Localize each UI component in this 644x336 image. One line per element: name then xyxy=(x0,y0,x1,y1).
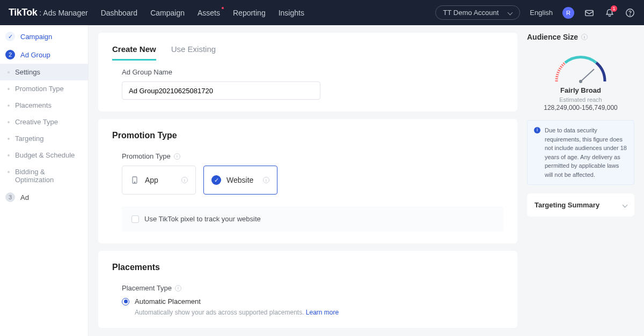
info-icon[interactable]: i xyxy=(263,177,269,183)
chevron-down-icon xyxy=(623,203,628,208)
main-area: Create New Use Existing Ad Group Name Pr… xyxy=(89,25,644,336)
sidebar-item-budget-schedule[interactable]: Budget & Schedule xyxy=(0,147,88,163)
bell-badge: 1 xyxy=(611,5,617,12)
check-icon: ✓ xyxy=(5,32,15,41)
promotion-options: App i ✓ Website i xyxy=(122,166,503,195)
info-icon: i xyxy=(534,127,540,133)
tab-create-new[interactable]: Create New xyxy=(112,44,156,61)
sidebar-step-campaign[interactable]: ✓ Campaign xyxy=(0,27,88,46)
info-icon[interactable]: i xyxy=(175,285,181,292)
header-right: TT Demo Account English R 1 xyxy=(435,5,635,20)
sidebar-item-placements[interactable]: Placements xyxy=(0,97,88,114)
placement-auto-helper: Automatically show your ads across suppo… xyxy=(135,309,503,316)
check-icon: ✓ xyxy=(211,175,221,185)
nav-insights[interactable]: Insights xyxy=(279,9,304,17)
info-icon[interactable]: i xyxy=(581,34,588,40)
adgroup-name-input[interactable] xyxy=(122,81,320,100)
estimated-reach-label: Estimated reach xyxy=(559,96,602,103)
option-website[interactable]: ✓ Website i xyxy=(203,166,277,195)
promotion-type-label: Promotion Type i xyxy=(122,152,503,160)
app-body: ✓ Campaign 2 Ad Group Settings Promotion… xyxy=(0,25,644,336)
learn-more-link[interactable]: Learn more xyxy=(306,309,339,316)
sidebar-step-adgroup[interactable]: 2 Ad Group xyxy=(0,46,88,64)
svg-point-4 xyxy=(134,182,135,182)
radio-icon xyxy=(122,298,129,305)
account-switcher[interactable]: TT Demo Account xyxy=(435,5,521,20)
info-icon[interactable]: i xyxy=(181,177,188,183)
inbox-icon[interactable] xyxy=(584,8,595,18)
svg-line-5 xyxy=(581,69,594,81)
nav-assets[interactable]: Assets xyxy=(197,9,220,17)
targeting-summary-toggle[interactable]: Targeting Summary xyxy=(527,193,634,216)
section-title-placements: Placements xyxy=(112,263,503,272)
step-number-icon: 2 xyxy=(5,50,15,59)
svg-point-6 xyxy=(579,80,582,83)
tabs: Create New Use Existing xyxy=(112,44,503,61)
nav-dashboard[interactable]: Dashboard xyxy=(101,9,138,17)
pixel-label: Use TikTok pixel to track your website xyxy=(144,215,261,223)
info-icon[interactable]: i xyxy=(174,153,180,160)
top-header: TikTok : Ads Manager Dashboard Campaign … xyxy=(0,0,644,25)
chevron-down-icon xyxy=(508,10,513,16)
language-selector[interactable]: English xyxy=(530,9,553,17)
tab-use-existing[interactable]: Use Existing xyxy=(171,44,216,61)
help-icon[interactable] xyxy=(625,8,635,18)
sidebar-item-settings[interactable]: Settings xyxy=(0,64,88,80)
placement-type-label: Placement Type i xyxy=(122,284,503,292)
center-column: Create New Use Existing Ad Group Name Pr… xyxy=(98,33,517,328)
nav-reporting[interactable]: Reporting xyxy=(233,9,266,17)
assets-notification-dot xyxy=(222,7,224,9)
card-placements: Placements Placement Type i Automatic Pl… xyxy=(98,251,517,328)
pixel-checkbox[interactable] xyxy=(131,215,139,223)
audience-size-title: Audience Size i xyxy=(527,33,634,41)
sidebar-step-ad[interactable]: 3 Ad xyxy=(0,188,88,206)
bell-icon[interactable]: 1 xyxy=(604,8,615,18)
nav-campaign[interactable]: Campaign xyxy=(150,9,185,17)
sidebar-item-creative-type[interactable]: Creative Type xyxy=(0,114,88,130)
estimated-reach-range: 128,249,000-156,749,000 xyxy=(544,104,617,111)
audience-size-panel: Audience Size i Fairly Broad xyxy=(527,33,634,185)
brand: TikTok : Ads Manager xyxy=(9,7,88,18)
audience-gauge: Fairly Broad Estimated reach 128,249,000… xyxy=(527,52,634,111)
pixel-option: Use TikTok pixel to track your website xyxy=(122,206,503,232)
sidebar-item-promotion-type[interactable]: Promotion Type xyxy=(0,80,88,97)
main-nav: Dashboard Campaign Assets Reporting Insi… xyxy=(101,9,304,17)
audience-size-label: Fairly Broad xyxy=(560,86,601,94)
brand-name: TikTok xyxy=(9,7,37,18)
svg-rect-0 xyxy=(586,10,593,16)
adgroup-name-label: Ad Group Name xyxy=(122,68,503,76)
card-promotion-type: Promotion Type Promotion Type i App i xyxy=(98,119,517,243)
app-icon xyxy=(130,175,140,185)
brand-suffix: : Ads Manager xyxy=(39,9,87,17)
sidebar-item-targeting[interactable]: Targeting xyxy=(0,130,88,147)
avatar[interactable]: R xyxy=(562,7,574,19)
placement-automatic-option[interactable]: Automatic Placement xyxy=(122,297,503,305)
step-number-icon: 3 xyxy=(5,192,15,202)
audience-note: i Due to data security requirements, thi… xyxy=(527,120,634,185)
sidebar-item-bidding-optimization[interactable]: Bidding & Optimization xyxy=(0,163,88,188)
option-app[interactable]: App i xyxy=(122,166,196,195)
svg-point-2 xyxy=(630,14,631,15)
right-column: Audience Size i Fairly Broad xyxy=(527,33,634,216)
card-adgroup-name: Create New Use Existing Ad Group Name xyxy=(98,33,517,111)
section-title-promotion: Promotion Type xyxy=(112,131,503,140)
account-name: TT Demo Account xyxy=(443,9,499,17)
sidebar: ✓ Campaign 2 Ad Group Settings Promotion… xyxy=(0,25,89,336)
